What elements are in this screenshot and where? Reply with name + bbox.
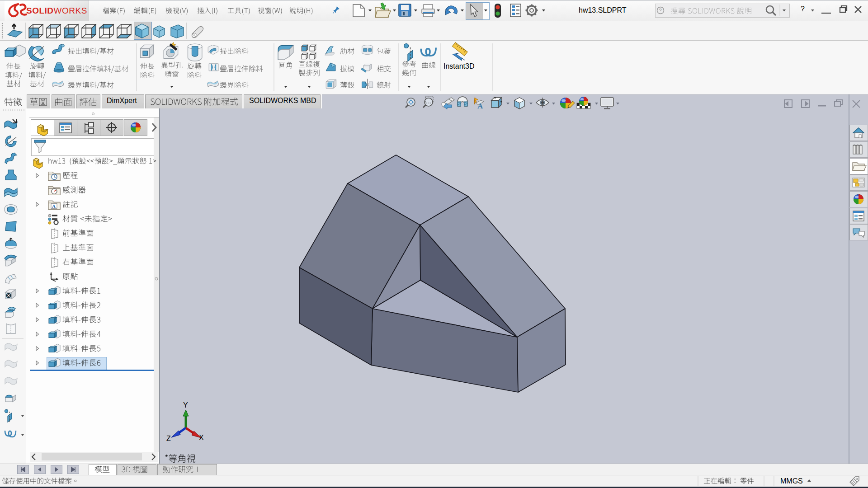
svg-text:?: ?: [659, 8, 662, 13]
svg-text:A: A: [52, 203, 56, 209]
svg-text:A: A: [477, 102, 483, 110]
